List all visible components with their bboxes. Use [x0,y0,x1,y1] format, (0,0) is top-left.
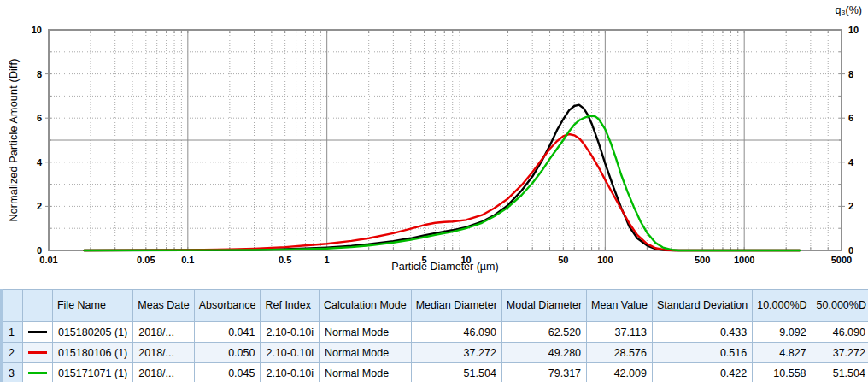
modal-diameter-cell[interactable]: 79.317 [501,363,586,382]
calculation-mode-cell[interactable]: Normal Mode [320,343,412,363]
file-name-cell[interactable]: 015180205 (1) [52,322,132,343]
absorbance-cell[interactable]: 0.045 [194,363,261,382]
line-color-swatch [28,372,47,374]
mean-value-cell[interactable]: 28.576 [587,343,653,363]
d50-cell[interactable]: 51.504 [812,363,868,382]
column-header-ref-index: Ref Index [261,290,320,322]
calculation-mode-cell[interactable]: Normal Mode [320,363,412,382]
calculation-mode-cell[interactable]: Normal Mode [320,322,412,343]
y-axis-tick-label-left: 2 [37,201,42,211]
modal-diameter-cell[interactable]: 49.280 [501,343,586,363]
row-number-cell[interactable]: 2 [3,343,23,363]
ref-index-cell[interactable]: 2.10-0.10i [261,322,320,343]
chart-plot-area: 002244668810100.010.050.10.5151050100500… [0,0,868,286]
absorbance-cell[interactable]: 0.050 [194,343,261,363]
absorbance-cell[interactable]: 0.041 [194,322,261,343]
line-color-cell[interactable] [22,343,52,363]
standard-deviation-cell[interactable]: 0.422 [652,363,752,382]
column-header-standard-deviation: Standard Deviation [652,290,752,322]
y-axis-tick-label-right: 8 [848,69,853,79]
median-diameter-cell[interactable]: 37.272 [411,343,501,363]
standard-deviation-cell[interactable]: 0.516 [652,343,752,363]
column-header-file-name: File Name [52,290,132,322]
ref-index-cell[interactable]: 2.10-0.10i [261,343,320,363]
d10-cell[interactable]: 4.827 [753,343,812,363]
results-table: File NameMeas DateAbsorbanceRef IndexCal… [3,289,868,382]
table-row-1[interactable]: 1015180205 (1)2018/...0.0412.10-0.10iNor… [3,322,868,343]
y-axis-tick-label-left: 8 [37,69,42,79]
d10-cell[interactable]: 10.558 [753,363,812,382]
d50-cell[interactable]: 37.272 [812,343,868,363]
table-header-row: File NameMeas DateAbsorbanceRef IndexCal… [3,290,868,322]
x-axis-title: Particle Diameter (µm) [49,261,842,273]
column-header-median-diameter: Median Diameter [411,290,501,322]
column-header-absorbance: Absorbance [194,290,261,322]
column-header-d50: 50.000%D [812,290,868,322]
y-axis-tick-label-left: 4 [37,157,43,167]
line-color-cell[interactable] [22,363,52,382]
modal-diameter-cell[interactable]: 62.520 [501,322,586,343]
column-header-d10: 10.000%D [753,290,812,322]
y-axis-tick-label-right: 2 [848,201,853,211]
mean-value-cell[interactable]: 37.113 [587,322,653,343]
column-header-meas-date: Meas Date [133,290,194,322]
y-axis-tick-label-right: 10 [848,25,859,35]
meas-date-cell[interactable]: 2018/... [133,363,194,382]
y-axis-title: Normalized Particle Amount (Diff) [8,58,20,221]
data-curve-3 [85,116,800,250]
meas-date-cell[interactable]: 2018/... [133,322,194,343]
median-diameter-cell[interactable]: 51.504 [411,363,501,382]
mean-value-cell[interactable]: 42.009 [587,363,653,382]
meas-date-cell[interactable]: 2018/... [133,343,194,363]
column-header-modal-diameter: Modal Diameter [501,290,586,322]
line-color-swatch [28,351,47,354]
y-axis-tick-label-left: 10 [32,25,42,35]
y-axis-tick-label-right: 4 [848,157,854,167]
d50-cell[interactable]: 46.090 [812,322,868,343]
row-number-cell[interactable]: 1 [3,322,23,343]
line-color-cell[interactable] [22,322,52,343]
ref-index-cell[interactable]: 2.10-0.10i [261,363,320,382]
right-axis-title: q₃(%) [836,4,862,16]
row-number-cell[interactable]: 3 [3,363,23,382]
table-row-3[interactable]: 3015171071 (1)2018/...0.0452.10-0.10iNor… [3,363,868,382]
column-header-line-color [22,290,52,322]
table-row-2[interactable]: 2015180106 (1)2018/...0.0502.10-0.10iNor… [3,343,868,363]
y-axis-tick-label-right: 6 [848,113,853,123]
standard-deviation-cell[interactable]: 0.433 [652,322,752,343]
particle-size-distribution-chart: 002244668810100.010.050.10.5151050100500… [0,0,868,289]
column-header-mean-value: Mean Value [587,290,653,322]
d10-cell[interactable]: 9.092 [753,322,812,343]
results-table-panel: File NameMeas DateAbsorbanceRef IndexCal… [0,289,868,382]
y-axis-tick-label-left: 6 [37,113,42,123]
line-color-swatch [28,331,47,333]
median-diameter-cell[interactable]: 46.090 [411,322,501,343]
column-header-calculation-mode: Calculation Mode [320,290,412,322]
column-header-row-number [3,290,23,322]
file-name-cell[interactable]: 015180106 (1) [52,343,132,363]
file-name-cell[interactable]: 015171071 (1) [52,363,132,382]
